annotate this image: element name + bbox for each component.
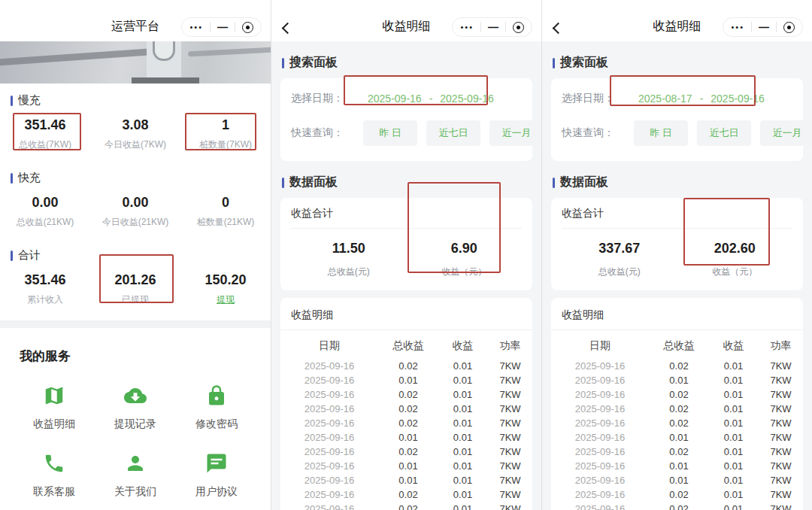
table-row: 2025-09-16 0.01 0.01 7KW (551, 459, 803, 473)
table-header: 日期 总收益 收益 功率 (280, 330, 532, 359)
table-row: 2025-09-16 0.01 0.01 7KW (280, 373, 532, 387)
section-bar (282, 178, 284, 188)
stat-income: 202.60 收益（元） (677, 241, 793, 278)
data-panel-section: 数据面板 (542, 161, 812, 198)
cell-power: 7KW (758, 445, 804, 459)
back-chevron-icon[interactable] (553, 23, 565, 35)
quick-query-label: 快速查询： (291, 126, 357, 140)
minimize-icon[interactable]: — (488, 22, 498, 32)
target-icon[interactable] (242, 22, 253, 33)
cell-total-income: 0.01 (649, 473, 709, 487)
back-chevron-icon[interactable] (282, 23, 294, 35)
table-body: 2025-09-16 0.02 0.01 7KW 2025-09-16 0.01… (280, 359, 532, 510)
cell-total-income: 0.02 (378, 487, 438, 502)
section-title: 慢充 (18, 93, 41, 108)
services-title: 我的服务 (14, 348, 257, 365)
cell-total-income: 0.02 (378, 502, 438, 510)
cell-total-income: 0.01 (378, 430, 438, 445)
cell-date: 2025-09-16 (280, 502, 378, 510)
date-end[interactable]: 2025-09-16 (440, 93, 494, 105)
quick-query-label: 快速查询： (562, 126, 628, 140)
cell-date: 2025-09-16 (551, 387, 649, 402)
minimize-icon[interactable]: — (759, 22, 769, 32)
section-fast-charge: 快充 (0, 161, 271, 187)
date-start[interactable]: 2025-08-17 (638, 93, 692, 105)
service-income-detail[interactable]: 收益明细 (33, 384, 75, 431)
cell-income: 0.01 (438, 359, 487, 373)
cell-income: 0.01 (438, 387, 487, 402)
cell-power: 7KW (487, 473, 533, 487)
table-row: 2025-09-16 0.02 0.01 7KW (280, 445, 532, 459)
target-icon[interactable] (513, 22, 524, 33)
withdraw-link[interactable]: 提现 (180, 293, 271, 306)
cell-power: 7KW (758, 473, 804, 487)
chat-icon (205, 452, 228, 475)
target-icon[interactable] (783, 22, 795, 33)
table-row: 2025-09-16 0.02 0.01 7KW (551, 445, 803, 459)
cell-income: 0.01 (438, 473, 487, 487)
date-range-picker[interactable]: 2025-09-16 - 2025-09-16 (357, 93, 494, 105)
date-separator: - (429, 93, 433, 105)
data-panel-section: 数据面板 (271, 161, 541, 198)
cell-date: 2025-09-16 (551, 502, 649, 510)
cell-total-income: 0.02 (649, 487, 709, 502)
service-about-us[interactable]: 关于我们 (114, 452, 156, 499)
cell-total-income: 0.02 (378, 387, 438, 402)
cell-power: 7KW (487, 387, 533, 402)
cell-power: 7KW (758, 459, 804, 473)
yesterday-button[interactable]: 昨 日 (634, 120, 688, 146)
cell-date: 2025-09-16 (280, 430, 378, 445)
last-7-days-button[interactable]: 近七日 (697, 120, 751, 146)
cell-total-income: 0.01 (649, 430, 709, 445)
service-change-password[interactable]: 修改密码 (195, 384, 238, 431)
summary-title: 收益合计 (291, 207, 522, 229)
date-separator: - (700, 93, 704, 105)
lock-icon (205, 384, 228, 407)
service-withdraw-records[interactable]: 提现记录 (114, 384, 156, 431)
more-options-icon[interactable]: ••• (731, 23, 744, 32)
table-row: 2025-09-16 0.02 0.01 7KW (551, 502, 803, 510)
last-month-button[interactable]: 近一月 (760, 120, 812, 146)
date-range-picker[interactable]: 2025-08-17 - 2025-09-16 (628, 93, 765, 105)
service-contact-support[interactable]: 联系客服 (33, 452, 75, 499)
stat-fast-total-income: 0.00 总收益(21KW) (0, 195, 90, 229)
photo-detail (153, 41, 175, 61)
search-panel-section: 搜索面板 (271, 41, 541, 78)
service-user-agreement[interactable]: 用户协议 (195, 452, 238, 499)
quick-query-row: 快速查询： 昨 日 近七日 近一月 (562, 113, 792, 153)
yesterday-button[interactable]: 昨 日 (363, 120, 417, 146)
last-month-button[interactable]: 近一月 (489, 120, 541, 146)
col-header-date: 日期 (551, 339, 649, 353)
capsule-divider (751, 22, 752, 32)
col-header-total-income: 总收益 (378, 339, 438, 353)
table-row: 2025-09-16 0.01 0.01 7KW (280, 430, 532, 445)
divider-gap (0, 320, 271, 328)
last-7-days-button[interactable]: 近七日 (426, 120, 480, 146)
map-icon (43, 384, 65, 407)
table-row: 2025-09-16 0.02 0.01 7KW (551, 387, 803, 402)
income-summary-card: 收益合计 11.50 总收益(元) 6.90 收益（元） (280, 198, 532, 290)
date-start[interactable]: 2025-09-16 (368, 93, 422, 105)
charging-station-photo (0, 41, 271, 83)
screen-operations: 运营平台 ••• — 慢充 351.46 总收益(7KW) 3.08 今日 (0, 0, 271, 510)
cell-power: 7KW (487, 445, 533, 459)
minimize-icon[interactable]: — (217, 22, 228, 32)
quick-buttons: 昨 日 近七日 近一月 (357, 120, 541, 146)
more-options-icon[interactable]: ••• (460, 23, 474, 32)
quick-query-row: 快速查询： 昨 日 近七日 近一月 (291, 113, 522, 153)
mini-program-capsule: ••• — (181, 17, 262, 37)
cell-income: 0.01 (709, 402, 758, 416)
cell-income: 0.01 (709, 445, 758, 459)
quick-buttons: 昨 日 近七日 近一月 (628, 120, 812, 146)
screen-income-detail-month: 收益明细 ••• — 搜索面板 选择日期： 2025-08-17 - 2025-… (541, 0, 812, 510)
date-end[interactable]: 2025-09-16 (710, 93, 765, 105)
cell-total-income: 0.02 (378, 359, 438, 373)
cell-income: 0.01 (438, 373, 487, 387)
table-row: 2025-09-16 0.02 0.01 7KW (551, 402, 803, 416)
col-header-total-income: 总收益 (649, 339, 709, 353)
capsule-divider (235, 22, 235, 32)
col-header-power: 功率 (758, 339, 804, 353)
table-title: 收益明细 (551, 308, 803, 330)
cell-income: 0.01 (438, 487, 487, 502)
more-options-icon[interactable]: ••• (189, 23, 203, 32)
